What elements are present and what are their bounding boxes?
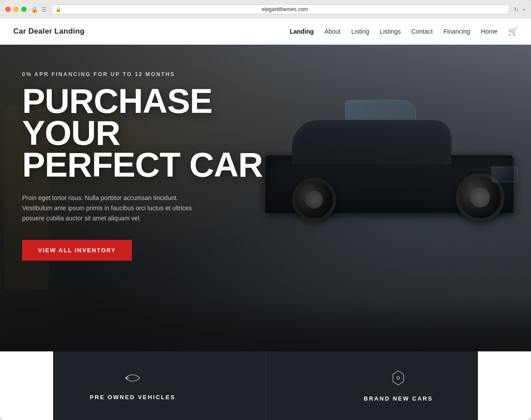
nav-item-listing[interactable]: Listing [351, 27, 369, 35]
traffic-lights [5, 7, 27, 12]
nav-item-landing[interactable]: Landing [290, 27, 314, 35]
browser-nav-icons: 🔒 ☰ [31, 6, 47, 13]
nav-brand[interactable]: Car Dealer Landing [13, 27, 85, 36]
menu-icon: ☰ [42, 6, 47, 13]
nav-link-financing[interactable]: Financing [443, 28, 470, 35]
pre-owned-card[interactable]: PRE OWNED VEHICLES [0, 351, 266, 420]
hero-tagline: 0% APR Financing For Up To 12 Months [22, 71, 296, 77]
pre-owned-inner: PRE OWNED VEHICLES [90, 371, 176, 401]
nav-item-home[interactable]: Home [481, 27, 497, 35]
nav-link-contact[interactable]: Contact [412, 28, 433, 35]
pre-owned-icon [125, 371, 141, 388]
nav-links: Landing About Listing Listings Contact F… [290, 27, 518, 36]
hero-section: 0% APR Financing For Up To 12 Months PUR… [0, 45, 531, 351]
nav-link-landing[interactable]: Landing [290, 28, 314, 35]
browser-right-icons: ↻ + [514, 6, 526, 13]
brand-new-inner: BRAND NEW CARS [364, 370, 433, 402]
website-content: Car Dealer Landing Landing About Listing… [0, 18, 531, 420]
nav-item-financing[interactable]: Financing [443, 27, 470, 35]
hero-content: 0% APR Financing For Up To 12 Months PUR… [0, 45, 319, 278]
brand-new-icon [391, 370, 405, 389]
hero-title: PURCHASE YOUR PERFECT CAR [22, 85, 296, 181]
brand-new-label: BRAND NEW CARS [364, 395, 433, 402]
brand-new-card[interactable]: BRAND NEW CARS [266, 351, 531, 420]
nav-cart-item[interactable]: 🛒 [508, 27, 518, 36]
bottom-section: PRE OWNED VEHICLES BRAND NEW CARS [0, 351, 531, 420]
new-tab-icon[interactable]: + [522, 6, 526, 13]
nav-item-about[interactable]: About [324, 27, 341, 35]
close-button[interactable] [5, 7, 11, 12]
ssl-lock-icon: 🔒 [55, 7, 62, 12]
hero-title-line1: PURCHASE YOUR [22, 81, 212, 152]
url-text: elegantthemes.com [64, 6, 505, 12]
nav-link-listing[interactable]: Listing [351, 28, 369, 35]
view-inventory-button[interactable]: VIEW ALL INVENTORY [22, 240, 132, 261]
hero-description: Proin eget tortor risus. Nulla porttitor… [22, 193, 208, 223]
minimize-button[interactable] [13, 7, 19, 12]
address-bar[interactable]: 🔒 elegantthemes.com [51, 4, 509, 14]
svg-point-0 [397, 377, 400, 379]
pre-owned-label: PRE OWNED VEHICLES [90, 394, 176, 401]
hero-bottom-fade [0, 298, 531, 351]
browser-chrome: 🔒 ☰ 🔒 elegantthemes.com ↻ + [0, 0, 531, 18]
nav-link-home[interactable]: Home [481, 28, 497, 35]
refresh-icon[interactable]: ↻ [514, 6, 519, 13]
hero-title-line2: PERFECT CAR [22, 145, 263, 184]
browser-window: 🔒 ☰ 🔒 elegantthemes.com ↻ + Car Dealer L… [0, 0, 531, 420]
nav-link-listings[interactable]: Listings [380, 28, 400, 35]
nav-link-about[interactable]: About [324, 28, 341, 35]
cart-icon[interactable]: 🛒 [508, 27, 518, 36]
maximize-button[interactable] [21, 7, 27, 12]
navbar: Car Dealer Landing Landing About Listing… [0, 18, 531, 45]
lock-icon: 🔒 [31, 6, 38, 13]
nav-item-contact[interactable]: Contact [412, 27, 433, 35]
nav-item-listings[interactable]: Listings [380, 27, 400, 35]
